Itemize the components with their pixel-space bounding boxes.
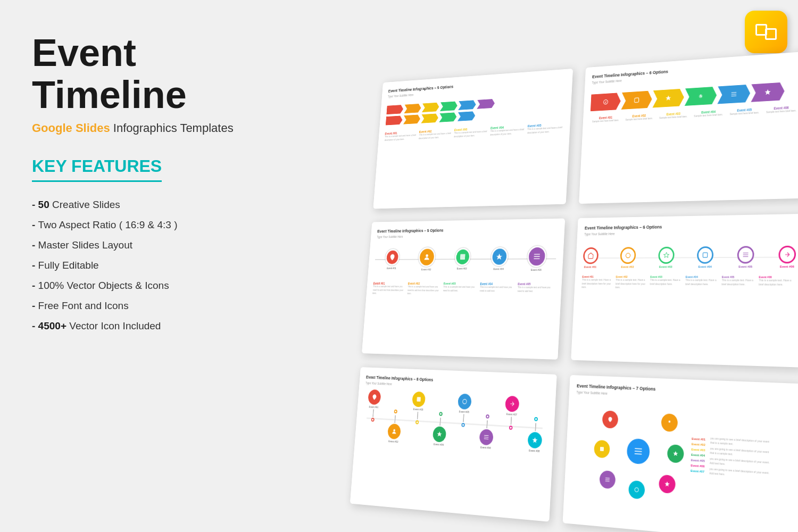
dot-4: Event #04 [480,247,519,271]
feature-1: 50 Creative Slides [32,195,255,215]
feature-5-text: 100% Vector Objects & Icons [38,280,169,291]
text-block-5: Event #05 This is a sample text and have… [527,122,563,135]
feature-6: Free Font and Icons [32,296,255,316]
slide-card-3: Event Timeline Infographics – 5 Options … [362,219,565,360]
slide-inner-3: Event Timeline Infographics – 5 Options … [362,219,565,360]
feature-2-text: Two Aspect Ratio ( 16:9 & 4:3 ) [38,219,178,230]
card-3-text-blocks: Event #01 This is a sample text and have… [372,282,555,297]
card-4-subtitle: Type Your Subtitle Here [584,229,796,236]
pin-circles-row: Event #01 Event #02 [361,389,549,453]
feature-7: 4500+ Vector Icon Included [32,316,255,336]
svg-point-15 [635,487,638,492]
card-1-text-blocks: Event #01 This is a sample text and have… [384,122,563,142]
pin-3: Event #03 [409,392,426,445]
subtitle-line: Google Slides Infographics Templates [32,121,255,135]
chevron-7 [386,115,403,125]
pin-4: Event #04 [432,393,448,446]
ring-item-4: Event #04 [697,246,714,268]
slide-card-5: Event Timeline Infographics – 8 Options … [350,367,557,522]
pin-2: Event #02 [387,390,403,444]
card-3-subtitle: Type Your Subtitle Here [377,233,558,239]
sat-6 [659,475,676,494]
feature-5: 100% Vector Objects & Icons [32,276,255,296]
main-title: Event Timeline [32,32,255,116]
ring-item-5: Event #05 [737,246,754,268]
sat-7 [628,480,645,500]
features-list: 50 Creative Slides Two Aspect Ratio ( 16… [32,195,255,336]
left-panel: Event Timeline Google Slides Infographic… [32,32,255,336]
svg-marker-11 [532,437,537,443]
slides-mosaic: Event Timeline Infographics – 5 Options … [339,26,798,532]
sat-1 [602,410,619,428]
card-3-dot-timeline: Event #01 Event #02 Event #03 [374,246,556,272]
dot-1: Event #01 [375,249,410,270]
svg-marker-14 [664,481,669,487]
svg-marker-3 [765,89,771,95]
sat-2 [661,413,678,432]
text-block-4: Event #04 This is a sample text and have… [490,124,525,136]
svg-rect-9 [417,397,421,402]
large-chevron-1 [591,93,621,111]
ring-item-6: Event #06 [778,246,796,268]
ring-items: Event #01 Event #02 Event #03 [583,246,796,269]
dot-2: Event #02 [409,247,445,271]
chevron-11 [458,111,476,121]
svg-point-12 [669,420,671,422]
ring-item-2: Event #02 [620,247,636,268]
chevron-1 [386,105,403,114]
dot-3: Event #03 [444,248,481,270]
pin-5: Event #05 [455,394,472,448]
chevron-3 [422,103,439,113]
card-3-title: Event Timeline Infographics – 5 Options [377,226,558,234]
slide-card-2: Event Timeline Infographics – 6 Options … [579,51,798,204]
large-chevron-5 [717,85,750,104]
subtitle-rest: Infographics Templates [110,121,234,135]
large-chevron-4 [685,87,717,106]
slide-card-6: Event Timeline Infographics – 7 Options … [563,375,798,532]
pin-6: Event #06 [479,395,496,450]
slide-inner-1: Event Timeline Infographics – 5 Options … [373,69,573,209]
ring-item-1: Event #01 [583,247,598,269]
key-features-heading: KEY FEATURES [32,156,162,182]
feature-6-text: Free Font and Icons [38,300,129,311]
svg-rect-1 [635,98,639,103]
chevron-5 [458,100,476,110]
card-1-content [386,94,565,125]
pin-8: Event #08 [527,397,544,453]
slide-card-4: Event Timeline Infographics – 6 Options … [571,214,798,368]
center-circle [626,438,650,465]
chevron-2 [404,104,421,113]
feature-7-bold: 4500+ [38,320,66,331]
card-4-title: Event Timeline Infographics – 6 Options [585,222,797,231]
ring-item-3: Event #03 [658,247,674,269]
text-block-2: Event #02 This is a sample text and have… [419,129,452,140]
sat-5 [599,470,616,489]
card-6-radial: Event #01 Event #02 Event #03 Event #04 … [571,404,792,508]
chevron-6 [477,99,495,109]
feature-4: Fully Editable [32,255,255,276]
sat-3 [594,440,610,459]
svg-point-6 [626,253,630,258]
svg-rect-5 [460,254,466,260]
large-chevron-3 [652,88,684,107]
feature-7-text: Vector Icon Included [66,320,161,331]
svg-point-8 [393,429,395,431]
feature-3-text: Master Slides Layout [38,239,132,251]
text-block-1: Event #01 This is a sample text and have… [384,130,417,142]
slide-inner-5: Event Timeline Infographics – 8 Options … [350,367,557,522]
dot-5: Event #05 [517,246,557,272]
card-4-ring-timeline: Event #01 Event #02 Event #03 [583,246,796,269]
svg-point-10 [463,399,467,404]
slide-inner-6: Event Timeline Infographics – 7 Options … [563,375,798,532]
pin-7: Event #07 [503,396,520,451]
text-block-3: Event #03 This is a sample text and have… [454,127,488,138]
feature-1-bold: 50 [38,199,49,210]
card-5-timeline: Event #01 Event #02 [360,389,548,473]
sat-4 [667,444,684,463]
large-chevron-6 [751,82,784,102]
chevron-10 [439,112,456,122]
chevron-9 [421,113,438,123]
feature-3: Master Slides Layout [32,235,255,255]
feature-2: Two Aspect Ratio ( 16:9 & 4:3 ) [32,215,255,235]
radial-labels: Event #01 Event #02 Event #03 Event #04 … [691,437,705,473]
